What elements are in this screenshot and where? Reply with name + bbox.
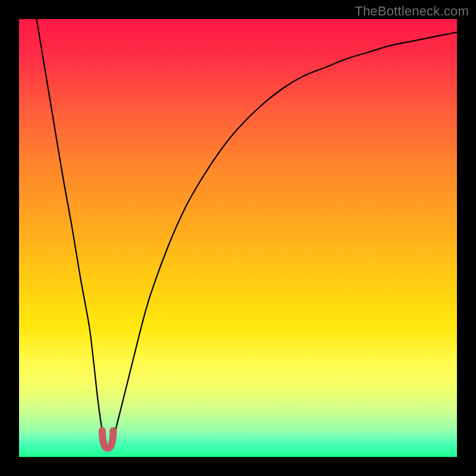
chart-frame: TheBottleneck.com (0, 0, 476, 476)
curve-layer (19, 19, 457, 457)
minimum-marker (102, 431, 113, 449)
watermark-text: TheBottleneck.com (355, 4, 469, 19)
plot-area (19, 19, 457, 457)
bottleneck-curve (36, 19, 457, 450)
